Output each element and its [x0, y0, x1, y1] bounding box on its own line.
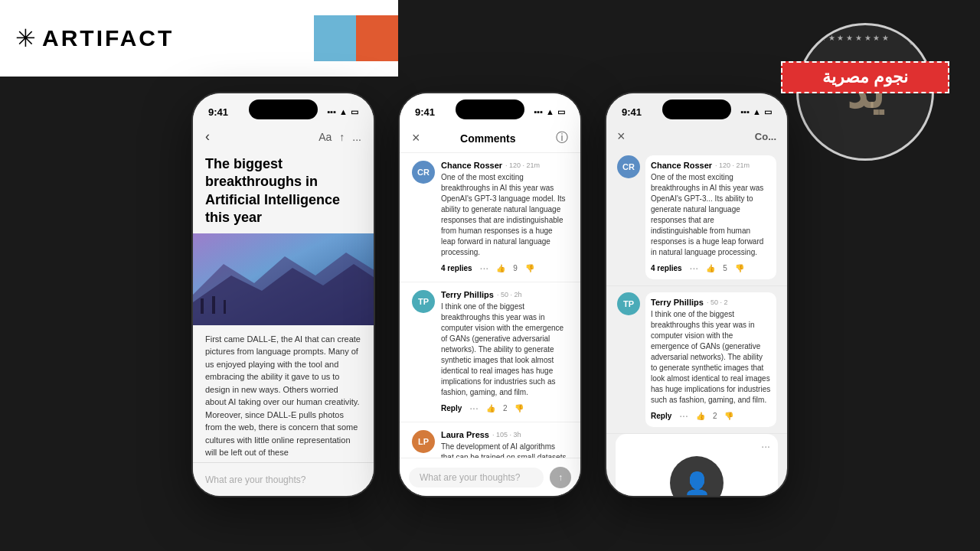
font-size-button[interactable]: Aa: [318, 131, 332, 143]
comment-actions-2: Reply ··· 👍 2 👎: [441, 402, 568, 414]
thoughts-bar-2[interactable]: What are your thoughts? ↑: [400, 458, 580, 496]
comment-like-icon-2[interactable]: 👍: [486, 404, 495, 412]
comment-item-1: CR Chance Rosser · 120 · 21m One of the …: [400, 153, 580, 282]
thoughts-placeholder-1: What are your thoughts?: [205, 474, 305, 485]
phone3-comment-box-1: Chance Rosser · 120 · 21m One of the mos…: [645, 155, 776, 279]
phone3-author-2: Terry Phillips: [651, 298, 704, 307]
comment-dislike-icon-2[interactable]: 👎: [514, 404, 524, 412]
comment-replies-1[interactable]: 4 replies: [441, 264, 472, 272]
comment-replies-2[interactable]: Reply: [441, 404, 462, 412]
phone-profile: 9:41 ▪▪▪ ▲ ▭ × Co... CR Chance Rosser · …: [605, 92, 789, 497]
close-button[interactable]: ×: [412, 130, 420, 146]
article-title: The biggest breakthroughs in Artificial …: [193, 149, 374, 233]
more-button[interactable]: ...: [352, 131, 361, 143]
comment-like-count-2: 2: [503, 404, 508, 412]
dynamic-island-2: [456, 99, 524, 119]
phone3-author-1: Chance Rosser: [651, 161, 712, 170]
svg-rect-6: [224, 300, 226, 314]
phone-article: 9:41 ▪▪▪ ▲ ▭ ‹ Aa ↑ ... The biggest brea…: [191, 92, 375, 497]
info-button[interactable]: ⓘ: [556, 130, 568, 146]
comment-meta-2: · 50 · 2h: [497, 291, 522, 298]
phone3-like-icon-2[interactable]: 👍: [696, 412, 705, 420]
share-button[interactable]: ↑: [339, 131, 345, 143]
battery-icon-1: ▭: [351, 107, 358, 117]
comment-author-line-3: Laura Press · 105 · 3h: [441, 430, 568, 439]
phone3-dislike-icon-2[interactable]: 👎: [724, 412, 733, 420]
comment-item-2: TP Terry Phillips · 50 · 2h I think one …: [400, 282, 580, 422]
svg-rect-4: [201, 298, 204, 314]
status-time-3: 9:41: [622, 106, 642, 118]
logo-star-icon: ✳: [15, 24, 36, 53]
phones-area: 9:41 ▪▪▪ ▲ ▭ ‹ Aa ↑ ... The biggest brea…: [0, 84, 980, 551]
phone3-actions-2: Reply ··· 👍 2 👎: [651, 409, 771, 422]
phone-comments: 9:41 ▪▪▪ ▲ ▭ × Comments ⓘ CR Chance Ross…: [398, 92, 582, 497]
phone3-replies-2[interactable]: Reply: [651, 412, 671, 420]
phone3-comment-2: TP Terry Phillips · 50 · 2 I think one o…: [606, 286, 787, 434]
wifi-icon-2: ▲: [546, 107, 554, 116]
dynamic-island-1: [249, 99, 318, 119]
battery-icon-3: ▭: [764, 107, 772, 117]
close-button-3[interactable]: ×: [617, 129, 626, 145]
signal-icon-1: ▪▪▪: [327, 107, 336, 116]
comment-like-icon-1[interactable]: 👍: [496, 264, 505, 272]
signal-icon-3: ▪▪▪: [740, 107, 750, 116]
dynamic-island-3: [662, 99, 731, 119]
comment-text-2: I think one of the biggest breakthroughs…: [441, 302, 568, 398]
phone3-like-count-1: 5: [723, 264, 727, 272]
phone3-author-line-1: Chance Rosser · 120 · 21m: [651, 161, 771, 170]
status-icons-1: ▪▪▪ ▲ ▭: [327, 107, 358, 117]
thoughts-input-2[interactable]: What are your thoughts?: [409, 468, 544, 487]
svg-rect-5: [212, 296, 215, 314]
comment-more-2[interactable]: ···: [469, 402, 479, 414]
logo-text: ARTIFACT: [42, 25, 174, 51]
comment-author-line-2: Terry Phillips · 50 · 2h: [441, 290, 568, 299]
status-time-2: 9:41: [415, 106, 435, 118]
phone3-comment-1: CR Chance Rosser · 120 · 21m One of the …: [606, 149, 787, 286]
comments-title: Comments: [460, 132, 515, 145]
back-button[interactable]: ‹: [205, 129, 210, 145]
comments-header: × Comments ⓘ: [400, 124, 580, 153]
profile-panel-header: ···: [616, 434, 778, 452]
comment-avatar-1: CR: [412, 161, 435, 184]
phone3-more-1[interactable]: ···: [690, 262, 699, 274]
wifi-icon-1: ▲: [339, 107, 348, 116]
article-nav: ‹ Aa ↑ ...: [193, 124, 374, 149]
status-icons-3: ▪▪▪ ▲ ▭: [740, 107, 772, 117]
logo-color-blocks: [314, 15, 398, 61]
profile-more-button[interactable]: ···: [761, 440, 770, 452]
comment-meta-1: · 120 · 21m: [505, 161, 540, 169]
comment-meta-3: · 105 · 3h: [492, 431, 521, 439]
signal-icon-2: ▪▪▪: [534, 107, 543, 116]
nav-right-buttons: Aa ↑ ...: [318, 131, 361, 143]
logo-block-blue: [314, 15, 356, 61]
profile-avatar-icon: 👤: [684, 471, 710, 496]
phone3-more-2[interactable]: ···: [679, 409, 688, 422]
comment-dislike-icon-1[interactable]: 👎: [525, 264, 534, 272]
comment-author-3: Laura Press: [441, 430, 489, 439]
battery-icon-2: ▭: [557, 107, 565, 117]
comment-content-2: Terry Phillips · 50 · 2h I think one of …: [441, 290, 568, 414]
thoughts-bar-1[interactable]: What are your thoughts?: [193, 462, 374, 496]
article-hero-image: [193, 233, 374, 325]
logo-block-red: [356, 15, 398, 61]
comment-more-1[interactable]: ···: [480, 262, 489, 274]
comment-author-2: Terry Phillips: [441, 290, 494, 299]
status-icons-2: ▪▪▪ ▲ ▭: [534, 107, 565, 117]
status-time-1: 9:41: [208, 106, 228, 118]
header-bar: ✳ ARTIFACT: [0, 0, 398, 77]
thoughts-placeholder-2: What are your thoughts?: [420, 472, 520, 483]
phone3-avatar-2: TP: [617, 292, 640, 315]
comments-partial-text: Co...: [755, 131, 776, 142]
phone3-dislike-icon-1[interactable]: 👎: [735, 264, 744, 272]
phone3-meta-1: · 120 · 21m: [715, 161, 750, 169]
profile-avatar: 👤: [670, 456, 724, 497]
comment-actions-1: 4 replies ··· 👍 9 👎: [441, 262, 568, 274]
phone3-author-line-2: Terry Phillips · 50 · 2: [651, 298, 771, 307]
phone3-replies-1[interactable]: 4 replies: [651, 264, 682, 272]
comment-author-line-1: Chance Rosser · 120 · 21m: [441, 161, 568, 170]
send-button-2[interactable]: ↑: [550, 467, 571, 488]
phone3-like-icon-1[interactable]: 👍: [706, 264, 715, 272]
profile-panel: ··· 👤 Chance Rosser Writing about tech a…: [616, 434, 778, 497]
phone3-avatar-1: CR: [617, 155, 640, 178]
phone3-comment-box-2: Terry Phillips · 50 · 2 I think one of t…: [645, 292, 776, 427]
